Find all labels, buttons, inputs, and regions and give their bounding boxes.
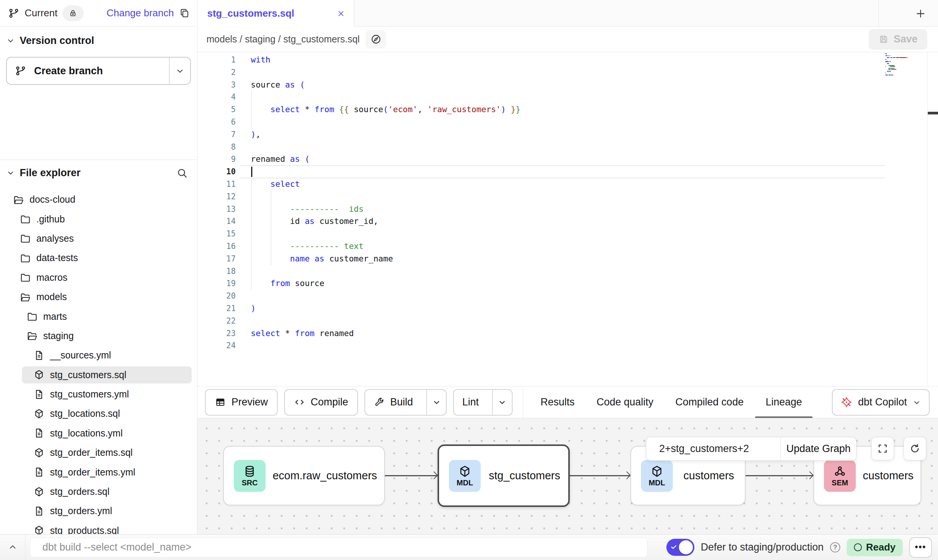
tree-item-stg_locations.yml[interactable]: stg_locations.yml bbox=[0, 424, 197, 443]
code-line-8[interactable]: 8 bbox=[197, 141, 938, 153]
dbt-copilot-button[interactable]: dbt Copilot bbox=[832, 389, 930, 416]
dbt-copilot-icon bbox=[840, 396, 853, 408]
network-icon bbox=[833, 465, 847, 478]
tree-item-staging[interactable]: staging bbox=[0, 326, 197, 346]
line-code bbox=[236, 191, 938, 203]
line-code bbox=[236, 290, 938, 302]
more-options-button[interactable]: ••• bbox=[909, 537, 932, 558]
lineage-filter-input[interactable] bbox=[646, 437, 780, 460]
code-line-1[interactable]: 1with bbox=[197, 54, 938, 66]
code-line-5[interactable]: 5 select * from {{ source('ecom', 'raw_c… bbox=[197, 103, 938, 116]
code-line-14[interactable]: 14 id as customer_id, bbox=[197, 215, 938, 228]
code-line-12[interactable]: 12 bbox=[197, 191, 938, 203]
line-code: name as customer_name bbox=[236, 253, 938, 265]
code-line-15[interactable]: 15 bbox=[197, 228, 938, 240]
code-line-13[interactable]: 13 ---------- ids bbox=[197, 203, 938, 216]
fullscreen-button[interactable] bbox=[871, 437, 894, 460]
toggle-knob bbox=[679, 540, 693, 554]
lint-dropdown[interactable] bbox=[492, 390, 512, 415]
lineage-graph[interactable]: SRCecom.raw_customersMDLstg_customersMDL… bbox=[197, 418, 938, 534]
tree-item-stg_order_items.sql[interactable]: stg_order_items.sql bbox=[0, 443, 197, 462]
tree-item-stg_products.sql[interactable]: stg_products.sql bbox=[0, 521, 197, 534]
line-number: 4 bbox=[197, 91, 236, 103]
panel-tab-results[interactable]: Results bbox=[541, 386, 575, 418]
tab-stg-customers-sql[interactable]: stg_customers.sql bbox=[197, 0, 354, 27]
line-code: select * from renamed bbox=[236, 327, 938, 340]
tree-item-__sources.yml[interactable]: __sources.yml bbox=[0, 346, 197, 365]
compile-button[interactable]: Compile bbox=[284, 389, 358, 416]
copy-icon[interactable] bbox=[179, 8, 190, 19]
tree-item-marts[interactable]: marts bbox=[0, 307, 197, 326]
code-line-6[interactable]: 6 bbox=[197, 116, 938, 128]
tree-item-stg_orders.sql[interactable]: stg_orders.sql bbox=[0, 482, 197, 501]
panel-tab-code-quality[interactable]: Code quality bbox=[597, 386, 653, 418]
file-icon bbox=[33, 505, 45, 517]
code-line-19[interactable]: 19 from source bbox=[197, 277, 938, 290]
defer-toggle[interactable] bbox=[666, 539, 694, 556]
update-graph-button[interactable]: Update Graph bbox=[780, 437, 856, 460]
tree-item-label: stg_customers.sql bbox=[50, 369, 126, 380]
code-line-23[interactable]: 23select * from renamed bbox=[197, 327, 938, 340]
status-badge: Ready bbox=[847, 539, 903, 556]
search-icon[interactable] bbox=[176, 167, 191, 179]
code-line-4[interactable]: 4 bbox=[197, 91, 938, 103]
code-line-22[interactable]: 22 bbox=[197, 315, 938, 327]
close-icon[interactable] bbox=[336, 9, 345, 18]
code-line-20[interactable]: 20 bbox=[197, 290, 938, 302]
command-input[interactable] bbox=[42, 541, 636, 554]
tree-item-data-tests[interactable]: data-tests bbox=[0, 248, 197, 267]
model-icon bbox=[33, 447, 45, 458]
copilot-compass-button[interactable] bbox=[366, 30, 386, 48]
code-line-17[interactable]: 17 name as customer_name bbox=[197, 253, 938, 265]
lineage-node-stg_customers[interactable]: MDLstg_customers bbox=[438, 444, 570, 507]
scroll-indicator[interactable] bbox=[928, 112, 938, 114]
line-number: 1 bbox=[197, 54, 236, 66]
code-line-24[interactable]: 24 bbox=[197, 339, 938, 352]
tree-item-stg_customers.sql[interactable]: stg_customers.sql bbox=[0, 365, 197, 385]
file-explorer-title: File explorer bbox=[20, 167, 81, 179]
indent-guide bbox=[251, 277, 252, 290]
save-button[interactable]: Save bbox=[869, 29, 927, 50]
tree-item-stg_orders.yml[interactable]: stg_orders.yml bbox=[0, 501, 197, 521]
tree-item-stg_locations.sql[interactable]: stg_locations.sql bbox=[0, 404, 197, 423]
code-line-21[interactable]: 21) bbox=[197, 302, 938, 315]
file-explorer-header[interactable]: File explorer bbox=[0, 163, 197, 183]
panel-tab-compiled-code[interactable]: Compiled code bbox=[675, 386, 744, 418]
tree-item-analyses[interactable]: analyses bbox=[0, 229, 197, 248]
code-line-11[interactable]: 11 select bbox=[197, 178, 938, 191]
tree-item-.github[interactable]: .github bbox=[0, 209, 197, 228]
tree-item-stg_customers.yml[interactable]: stg_customers.yml bbox=[0, 385, 197, 404]
code-line-16[interactable]: 16 ---------- text bbox=[197, 240, 938, 253]
new-tab-button[interactable] bbox=[912, 5, 929, 22]
code-line-18[interactable]: 18 bbox=[197, 265, 938, 278]
code-line-2[interactable]: 2 bbox=[197, 66, 938, 79]
tree-item-stg_order_items.yml[interactable]: stg_order_items.yml bbox=[0, 462, 197, 482]
expand-console-button[interactable] bbox=[0, 542, 25, 552]
line-number: 3 bbox=[197, 79, 236, 91]
create-branch-main[interactable]: Create branch bbox=[7, 58, 169, 84]
tree-item-models[interactable]: models bbox=[0, 287, 197, 307]
code-line-3[interactable]: 3source as ( bbox=[197, 79, 938, 91]
editor-minimap[interactable] bbox=[885, 53, 928, 80]
tree-item-docs-cloud[interactable]: docs-cloud bbox=[0, 190, 197, 209]
create-branch-dropdown[interactable] bbox=[169, 58, 190, 84]
change-branch-link[interactable]: Change branch bbox=[106, 7, 174, 19]
help-icon[interactable]: ? bbox=[830, 542, 840, 552]
chevron-down-icon bbox=[175, 66, 185, 76]
tree-item-macros[interactable]: macros bbox=[0, 268, 197, 287]
line-code bbox=[236, 315, 938, 327]
build-dropdown[interactable] bbox=[426, 390, 446, 415]
code-line-7[interactable]: 7), bbox=[197, 128, 938, 141]
build-main[interactable]: Build bbox=[365, 390, 421, 415]
code-line-10[interactable]: 10 bbox=[197, 166, 938, 178]
panel-tab-lineage[interactable]: Lineage bbox=[766, 386, 802, 418]
indent-guide bbox=[251, 203, 252, 216]
version-control-header[interactable]: Version control bbox=[0, 27, 197, 55]
code-editor[interactable]: 1with23source as (45 select * from {{ so… bbox=[197, 52, 938, 386]
indent-guide bbox=[251, 228, 252, 240]
lint-main[interactable]: Lint bbox=[454, 390, 486, 415]
refresh-button[interactable] bbox=[904, 437, 926, 460]
code-line-9[interactable]: 9renamed as ( bbox=[197, 153, 938, 166]
preview-button[interactable]: Preview bbox=[205, 389, 278, 416]
lineage-node-ecom.raw_customers[interactable]: SRCecom.raw_customers bbox=[223, 446, 385, 505]
